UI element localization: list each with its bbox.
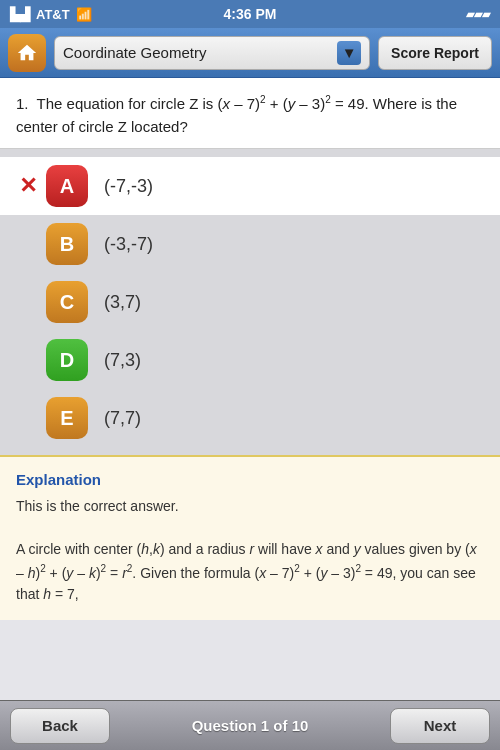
answer-bubble-d: D [46,339,88,381]
battery-icon: ▰▰▰ [466,8,490,21]
next-button[interactable]: Next [390,708,490,744]
question-counter: Question 1 of 10 [192,717,309,734]
signal-icon: ▙▟ [10,7,30,22]
status-right: ▰▰▰ [466,8,490,21]
nav-bar: Coordinate Geometry ▼ Score Report [0,28,500,78]
answer-row-c[interactable]: C (3,7) [0,273,500,331]
home-button[interactable] [8,34,46,72]
answer-text-b: (-3,-7) [104,234,153,255]
subject-dropdown[interactable]: Coordinate Geometry ▼ [54,36,370,70]
answer-text-c: (3,7) [104,292,141,313]
carrier-label: AT&T [36,7,70,22]
question-number: 1. [16,95,29,112]
question-text: 1. The equation for circle Z is (x – 7)2… [16,92,484,138]
answer-bubble-b: B [46,223,88,265]
answer-row-d[interactable]: D (7,3) [0,331,500,389]
answer-bubble-e: E [46,397,88,439]
answer-row-b[interactable]: B (-3,-7) [0,215,500,273]
answer-bubble-a: A [46,165,88,207]
subject-label: Coordinate Geometry [63,44,206,61]
score-report-button[interactable]: Score Report [378,36,492,70]
bottom-bar: Back Question 1 of 10 Next [0,700,500,750]
answer-text-e: (7,7) [104,408,141,429]
explanation-line1: This is the correct answer. [16,496,484,518]
answer-row-e[interactable]: E (7,7) [0,389,500,447]
status-left: ▙▟ AT&T 📶 [10,7,92,22]
answers-area: ✕ A (-7,-3) B (-3,-7) C (3,7) D (7,3) E … [0,149,500,455]
dropdown-arrow-icon: ▼ [337,41,361,65]
wrong-indicator: ✕ [14,175,42,197]
explanation-title: Explanation [16,471,484,488]
answer-row-a[interactable]: ✕ A (-7,-3) [0,157,500,215]
wifi-icon: 📶 [76,7,92,22]
status-bar: ▙▟ AT&T 📶 4:36 PM ▰▰▰ [0,0,500,28]
explanation-body: This is the correct answer. A circle wit… [16,496,484,606]
explanation-area: Explanation This is the correct answer. … [0,455,500,620]
explanation-line2: A circle with center (h,k) and a radius … [16,539,484,606]
answer-text-a: (-7,-3) [104,176,153,197]
back-button[interactable]: Back [10,708,110,744]
time-label: 4:36 PM [224,6,277,22]
answer-bubble-c: C [46,281,88,323]
answer-text-d: (7,3) [104,350,141,371]
home-icon [16,42,38,64]
question-area: 1. The equation for circle Z is (x – 7)2… [0,78,500,149]
